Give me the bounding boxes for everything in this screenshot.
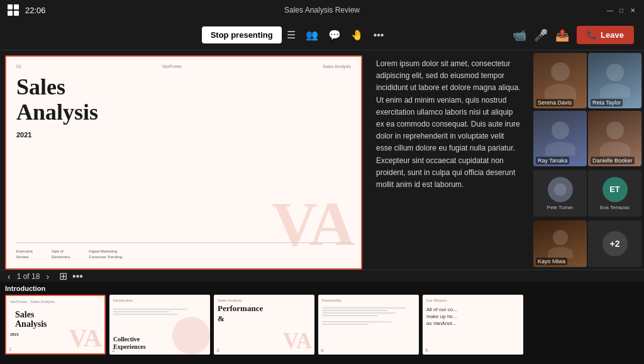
slide-category: Sales Analysis <box>323 64 351 69</box>
slide-nav: ‹ 1 of 18 › ⊞ ••• <box>0 270 644 282</box>
window-controls: — □ ✕ <box>606 6 636 14</box>
participant-reta: Reta Taylor <box>588 53 641 108</box>
main-content: 01 VanPower Sales Analysis Sales Analysi… <box>0 50 644 282</box>
prev-slide-button[interactable]: ‹ <box>8 271 11 282</box>
minimize-button[interactable]: — <box>606 6 614 14</box>
eva-avatar: ET <box>602 177 628 202</box>
title-bar-left: 22:06 <box>8 4 46 16</box>
share-icon[interactable]: 📤 <box>555 28 569 42</box>
participant-plus: +2 <box>588 220 641 267</box>
thumb2-label: Introduction <box>113 299 206 302</box>
participant-row-1: Serena Davis Reta Taylor <box>533 53 641 108</box>
close-button[interactable]: ✕ <box>629 6 636 14</box>
slide-bg-letters: VA <box>272 193 355 256</box>
filmstrip: Introduction VanPower · Sales Analysis S… <box>0 282 644 364</box>
pete-avatar <box>548 177 573 202</box>
slide-main: 01 VanPower Sales Analysis Sales Analysi… <box>5 55 362 270</box>
slide-top-bar: 01 VanPower Sales Analysis <box>16 64 351 69</box>
thumb1-bg: VA <box>69 326 102 351</box>
participants-panel: Serena Davis Reta Taylor <box>531 50 644 270</box>
next-slide-button[interactable]: › <box>46 271 49 282</box>
participant-eva: ET Eva Terrazas <box>588 170 641 217</box>
slide-number: 01 <box>16 64 21 69</box>
participant-ray: Ray Tanaka <box>533 111 587 166</box>
participant-kayo: Kayo Miwa <box>533 220 587 267</box>
reaction-icon[interactable]: 🤚 <box>351 29 364 41</box>
slide-bottom-links: ExecutiveReview Sale ofElectronics Digit… <box>16 249 122 259</box>
stop-presenting-button[interactable]: Stop presenting <box>202 26 282 43</box>
toolbar-icons: ☰ 👥 💬 🤚 ••• <box>287 29 384 41</box>
filmstrip-thumb-1[interactable]: VanPower · Sales Analysis SalesAnalysis … <box>5 295 106 355</box>
kayo-name: Kayo Miwa <box>536 258 567 265</box>
slide-link-1: ExecutiveReview <box>16 249 33 259</box>
thumb4-label: Partnership <box>322 299 415 302</box>
slide-brand: VanPower <box>162 64 182 69</box>
filmstrip-label: Introduction <box>5 285 639 292</box>
fit-icon[interactable]: ⊞ <box>59 270 67 282</box>
phone-icon: 📞 <box>587 30 597 40</box>
chat-icon[interactable]: 💬 <box>328 29 341 41</box>
thumb5-text: All of our co...make up ho...as VanArsd.… <box>426 306 519 327</box>
filmstrip-thumb-5[interactable]: Our Mission All of our co...make up ho..… <box>423 295 523 355</box>
plus-avatar: +2 <box>602 231 628 256</box>
filmstrip-thumb-4[interactable]: Partnership 4 <box>318 295 419 355</box>
title-bar: 22:06 Sales Analysis Review — □ ✕ <box>0 0 644 20</box>
thumb2-num: 2 <box>112 348 114 353</box>
thumb3-bg: VA <box>283 330 312 352</box>
participant-serena: Serena Davis <box>533 53 587 108</box>
reta-name: Reta Taylor <box>591 99 623 106</box>
participant-pete: Pete Turner <box>533 170 587 217</box>
people-icon[interactable]: 👥 <box>306 29 318 41</box>
participant-row-4: Kayo Miwa +2 <box>533 220 641 267</box>
ray-name: Ray Tanaka <box>536 157 569 164</box>
toolbar-center: Stop presenting ☰ 👥 💬 🤚 ••• <box>202 26 384 43</box>
thumb4-lines <box>322 307 415 325</box>
filmstrip-thumb-2[interactable]: Introduction CollectiveExperiences 2 <box>109 295 210 355</box>
slide-link-3: Digital MarketingConsumer Trending <box>89 249 122 259</box>
participant-danielle: Danielle Booker <box>588 111 641 166</box>
slide-area: 01 VanPower Sales Analysis Sales Analysi… <box>0 50 367 270</box>
thumb3-label: Sales Analysis <box>218 299 311 302</box>
window-title: Sales Analysis Review <box>284 6 360 14</box>
participant-row-3: Pete Turner ET Eva Terrazas <box>533 170 641 217</box>
toolbar-right: 📹 🎤 📤 📞 Leave <box>513 26 634 44</box>
slide-divider <box>16 242 351 243</box>
mic-icon[interactable]: 🎤 <box>534 28 548 42</box>
thumb5-label: Our Mission <box>426 299 519 302</box>
list-icon[interactable]: ☰ <box>287 29 296 41</box>
leave-button[interactable]: 📞 Leave <box>577 26 634 44</box>
danielle-name: Danielle Booker <box>591 157 635 164</box>
filmstrip-slides: VanPower · Sales Analysis SalesAnalysis … <box>5 295 639 358</box>
camera-icon[interactable]: 📹 <box>513 28 526 42</box>
thumb2-bg <box>172 317 210 355</box>
slide-counter: 1 of 18 <box>17 272 40 281</box>
notes-area: Lorem ipsum dolor sit amet, consectetur … <box>367 50 531 270</box>
app-grid-icon[interactable] <box>8 4 19 16</box>
slide-link-2: Sale ofElectronics <box>52 249 70 259</box>
slide-year: 2021 <box>16 131 351 139</box>
filmstrip-thumb-3[interactable]: Sales Analysis Performance& VA 3 <box>214 295 314 355</box>
thumb4-num: 4 <box>321 348 323 353</box>
nav-more-icon[interactable]: ••• <box>72 270 83 282</box>
slide-title: Sales Analysis <box>16 75 351 125</box>
eva-name: Eva Terrazas <box>600 205 630 210</box>
meeting-time: 22:06 <box>25 6 46 15</box>
thumb1-num: 1 <box>9 346 11 352</box>
thumb1-topbar: VanPower · Sales Analysis <box>10 300 101 304</box>
thumb3-num: 3 <box>216 348 219 353</box>
serena-name: Serena Davis <box>536 99 574 106</box>
meeting-toolbar: Stop presenting ☰ 👥 💬 🤚 ••• 📹 🎤 📤 📞 Leav… <box>0 20 644 50</box>
thumb3-title: Performance& <box>218 304 311 323</box>
thumb5-num: 5 <box>425 348 428 353</box>
more-icon[interactable]: ••• <box>374 30 384 41</box>
pete-name: Pete Turner <box>547 205 574 210</box>
nav-icons: ⊞ ••• <box>59 270 83 282</box>
participant-row-2: Ray Tanaka Danielle Booker <box>533 111 641 166</box>
thumb2-lines <box>113 309 206 315</box>
notes-text: Lorem ipsum dolor sit amet, consectetur … <box>376 58 522 191</box>
maximize-button[interactable]: □ <box>618 6 625 14</box>
